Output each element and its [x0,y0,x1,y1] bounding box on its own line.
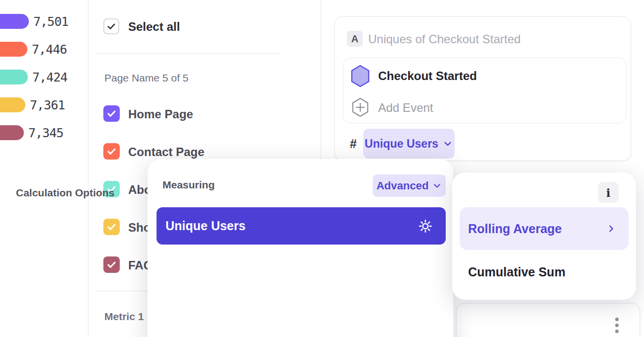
panel-divider [88,0,88,337]
bar-segment [0,97,25,112]
legend-item: 7,424 [0,70,67,84]
bar-value: 7,424 [32,70,67,84]
bar-segment [0,125,24,140]
legend-item: 7,501 [0,14,68,29]
measuring-menu: Measuring Advanced Unique Users Total Ev… [148,159,453,337]
series-badge: A [347,31,363,47]
query-card-a: A Uniques of Checkout Started Checkout S… [334,16,631,161]
series-title-input[interactable]: Uniques of Checkout Started [368,32,521,46]
legend-item: 7,446 [0,42,67,57]
advanced-label: Advanced [376,179,428,192]
menu-item-cumulative-sum[interactable]: Cumulative Sum [468,265,565,279]
check-icon [106,21,116,31]
divider [96,53,279,54]
measure-symbol: # [350,137,357,151]
checkbox-faq-page[interactable] [103,256,120,273]
chevron-down-icon [432,180,442,191]
select-all-checkbox[interactable] [103,18,119,34]
bar-value: 7,446 [32,42,67,57]
bar-value: 7,345 [28,126,63,140]
bar-value: 7,501 [33,14,68,29]
bar-segment [0,14,29,29]
checkbox-contact-page[interactable] [103,143,120,160]
analytics-screen: 7,501 7,446 7,424 7,361 7,345 Select all… [0,0,644,337]
add-event-icon[interactable] [351,97,369,117]
event-name[interactable]: Checkout Started [378,69,477,83]
group-label: Page Name 5 of 5 [104,72,188,84]
chevron-right-icon [606,223,617,234]
event-card: Checkout Started Add Event [343,58,627,123]
checkbox-label[interactable]: Home Page [128,107,193,121]
checkbox-label[interactable]: Contact Page [128,145,204,159]
check-icon [106,108,117,119]
event-hexagon-icon [350,65,370,87]
bar-segment [0,70,28,84]
legend-item: 7,361 [0,97,65,112]
bar-value: 7,361 [30,98,65,112]
measure-dropdown[interactable]: Unique Users [363,129,455,159]
query-card-b [456,303,640,337]
kebab-menu-icon[interactable] [615,318,619,333]
checkbox-home-page[interactable] [103,105,120,122]
menu-item-label: Unique Users [165,219,245,233]
chevron-down-icon [442,138,453,149]
metric-label: Metric 1 [104,311,144,323]
menu-item-rolling-average[interactable]: Rolling Average [460,207,629,250]
select-all-label: Select all [128,20,180,34]
info-icon[interactable]: i [598,182,619,203]
bar-segment [0,42,27,57]
advanced-dropdown[interactable]: Advanced [373,174,446,197]
measure-value: Unique Users [365,137,438,151]
check-icon [106,146,117,157]
gear-icon[interactable] [418,219,433,234]
check-icon [106,259,117,270]
check-icon [106,222,117,232]
menu-item-label: Rolling Average [468,222,562,236]
legend-item: 7,345 [0,125,63,140]
menu-item-unique-users[interactable]: Unique Users [157,207,446,245]
add-event-label[interactable]: Add Event [378,101,433,115]
checkbox-shop-page[interactable] [103,219,120,235]
measuring-title: Measuring [162,179,215,191]
calculation-options-title: Calculation Options [16,187,114,199]
